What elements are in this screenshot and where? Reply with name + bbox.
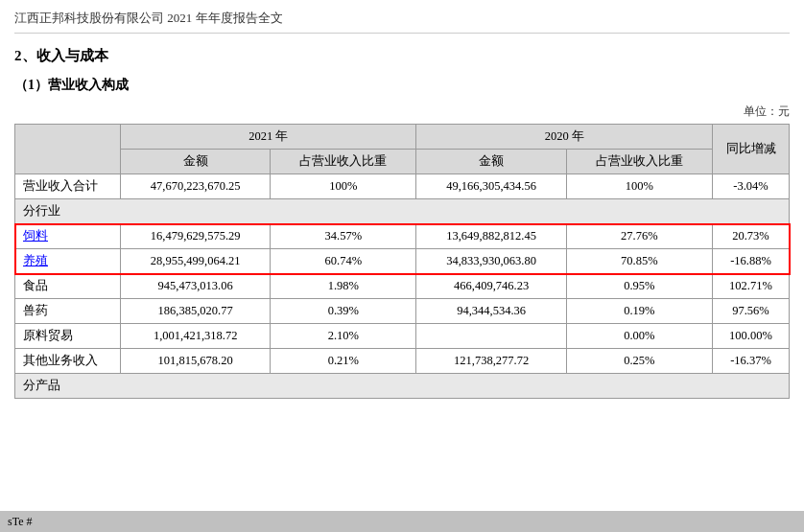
amount-2020-cell: 466,409,746.23 — [416, 274, 566, 299]
ratio-2021-cell: 100% — [271, 174, 416, 199]
row-label-cell: 兽药 — [15, 299, 121, 324]
ratio-2020-cell: 0.25% — [566, 349, 712, 374]
table-row: 营业收入合计47,670,223,670.25100%49,166,305,43… — [15, 174, 790, 199]
sub-section-title: （1）营业收入构成 — [14, 77, 790, 94]
table-row: 其他业务收入101,815,678.200.21%121,738,277.720… — [15, 349, 790, 374]
yoy-cell: 20.73% — [713, 224, 790, 249]
ratio-2021-cell: 0.39% — [271, 299, 416, 324]
table-row: 分产品 — [15, 374, 790, 399]
yoy-cell: 100.00% — [713, 324, 790, 349]
row-label-cell[interactable]: 饲料 — [15, 224, 121, 249]
table-row: 养殖28,955,499,064.2160.74%34,833,930,063.… — [15, 249, 790, 274]
yoy-cell: -16.37% — [713, 349, 790, 374]
col-header-yoy: 同比增减 — [713, 125, 790, 174]
col-header-2020: 2020 年 — [416, 125, 713, 150]
table-header-row-1: 2021 年 2020 年 同比增减 — [15, 125, 790, 150]
ratio-2021-cell: 34.57% — [271, 224, 416, 249]
subheader-cell: 分行业 — [15, 199, 790, 224]
amount-2021-cell: 945,473,013.06 — [121, 274, 271, 299]
amount-2020-cell: 49,166,305,434.56 — [416, 174, 566, 199]
table-row: 兽药186,385,020.770.39%94,344,534.360.19%9… — [15, 299, 790, 324]
ratio-2020-cell: 0.00% — [566, 324, 712, 349]
amount-2020-cell: 34,833,930,063.80 — [416, 249, 566, 274]
col-header-2021: 2021 年 — [121, 125, 416, 150]
ratio-2021-cell: 1.98% — [271, 274, 416, 299]
col-header-ratio-2021: 占营业收入比重 — [271, 150, 416, 174]
table-row: 分行业 — [15, 199, 790, 224]
ratio-2020-cell: 100% — [566, 174, 712, 199]
amount-2021-cell: 16,479,629,575.29 — [121, 224, 271, 249]
table-header-row-2: 金额 占营业收入比重 金额 占营业收入比重 — [15, 150, 790, 174]
col-header-ratio-2020: 占营业收入比重 — [566, 150, 712, 174]
company-title: 江西正邦科技股份有限公司 2021 年年度报告全文 — [14, 10, 790, 34]
col-header-amount-2021: 金额 — [121, 150, 271, 174]
table-body: 营业收入合计47,670,223,670.25100%49,166,305,43… — [15, 174, 790, 399]
yoy-cell: 102.71% — [713, 274, 790, 299]
row-label-cell: 其他业务收入 — [15, 349, 121, 374]
amount-2021-cell: 47,670,223,670.25 — [121, 174, 271, 199]
revenue-table-wrapper: 2021 年 2020 年 同比增减 金额 占营业收入比重 金额 — [14, 124, 790, 399]
revenue-table: 2021 年 2020 年 同比增减 金额 占营业收入比重 金额 — [14, 124, 790, 399]
ratio-2020-cell: 0.95% — [566, 274, 712, 299]
company-name: 江西正邦科技股份有限公司 2021 年年度报告全文 — [14, 11, 283, 25]
col-header-amount-2020: 金额 — [416, 150, 566, 174]
amount-2020-cell — [416, 324, 566, 349]
status-bar: sTe # — [0, 511, 804, 532]
yoy-cell: -3.04% — [713, 174, 790, 199]
table-row: 饲料16,479,629,575.2934.57%13,649,882,812.… — [15, 224, 790, 249]
table-row: 食品945,473,013.061.98%466,409,746.230.95%… — [15, 274, 790, 299]
ratio-2021-cell: 0.21% — [271, 349, 416, 374]
row-label-cell: 食品 — [15, 274, 121, 299]
main-section-title: 2、收入与成本 — [14, 47, 790, 65]
amount-2021-cell: 186,385,020.77 — [121, 299, 271, 324]
amount-2020-cell: 94,344,534.36 — [416, 299, 566, 324]
col-header-category — [15, 125, 121, 174]
yoy-cell: -16.88% — [713, 249, 790, 274]
yoy-cell: 97.56% — [713, 299, 790, 324]
ratio-2020-cell: 27.76% — [566, 224, 712, 249]
unit-label: 单位：元 — [14, 104, 790, 120]
amount-2020-cell: 121,738,277.72 — [416, 349, 566, 374]
row-label-cell: 原料贸易 — [15, 324, 121, 349]
table-row: 原料贸易1,001,421,318.722.10%0.00%100.00% — [15, 324, 790, 349]
row-label-cell[interactable]: 养殖 — [15, 249, 121, 274]
amount-2020-cell: 13,649,882,812.45 — [416, 224, 566, 249]
ratio-2020-cell: 0.19% — [566, 299, 712, 324]
amount-2021-cell: 28,955,499,064.21 — [121, 249, 271, 274]
subheader-cell: 分产品 — [15, 374, 790, 399]
amount-2021-cell: 1,001,421,318.72 — [121, 324, 271, 349]
ratio-2021-cell: 60.74% — [271, 249, 416, 274]
row-label-cell: 营业收入合计 — [15, 174, 121, 199]
status-label: sTe # — [8, 515, 33, 529]
ratio-2020-cell: 70.85% — [566, 249, 712, 274]
amount-2021-cell: 101,815,678.20 — [121, 349, 271, 374]
ratio-2021-cell: 2.10% — [271, 324, 416, 349]
